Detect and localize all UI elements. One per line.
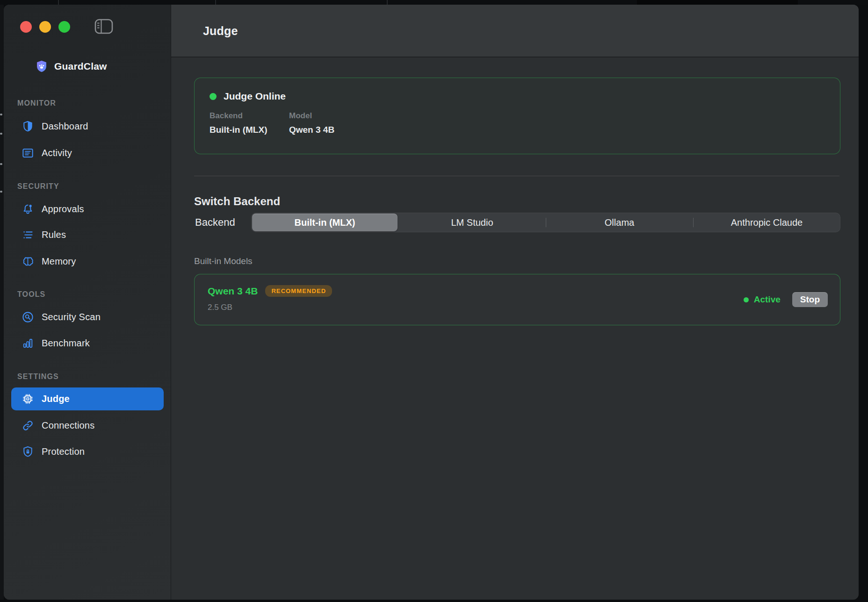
model-field-value: Qwen 3 4B xyxy=(289,125,334,135)
active-status-dot xyxy=(744,297,749,302)
model-card-qwen-3-4b: Qwen 3 4B RECOMMENDED 2.5 GB Active Stop xyxy=(194,274,840,325)
segment-separator xyxy=(693,218,694,227)
guardclaw-shield-paw-icon xyxy=(35,60,48,73)
screen: GuardClaw MONITOR Dashboard xyxy=(0,0,868,602)
app-logo-row: GuardClaw xyxy=(35,60,107,73)
backend-field-label: Backend xyxy=(210,111,267,121)
app-name: GuardClaw xyxy=(54,61,107,72)
sidebar-item-rules[interactable]: Rules xyxy=(11,223,164,246)
built-in-models-heading: Built-in Models xyxy=(194,256,253,266)
backend-control-label: Backend xyxy=(195,216,235,229)
bar-chart-icon xyxy=(22,337,34,350)
sidebar-item-label: Benchmark xyxy=(42,338,90,349)
activity-log-icon xyxy=(22,147,34,159)
sidebar-toggle-icon xyxy=(94,19,113,34)
sidebar-item-label: Rules xyxy=(42,229,66,240)
backend-field: Backend Built-in (MLX) xyxy=(210,111,267,135)
background-mark xyxy=(0,163,2,165)
segment-anthropic-claude[interactable]: Anthropic Claude xyxy=(693,213,840,232)
minimize-button[interactable] xyxy=(39,21,51,33)
scan-icon xyxy=(22,311,34,323)
link-icon xyxy=(22,419,34,432)
section-divider xyxy=(194,176,839,176)
stop-button[interactable]: Stop xyxy=(792,292,828,307)
background-mark xyxy=(0,114,2,115)
background-divider xyxy=(58,0,59,5)
active-status-label: Active xyxy=(754,294,781,305)
sidebar-section-settings: SETTINGS xyxy=(17,373,59,381)
sidebar-item-security-scan[interactable]: Security Scan xyxy=(11,306,164,329)
switch-backend-heading: Switch Backend xyxy=(194,195,280,208)
model-name: Qwen 3 4B xyxy=(208,286,258,297)
status-title: Judge Online xyxy=(224,91,286,102)
sidebar-item-label: Approvals xyxy=(42,204,84,215)
background-window-sliver-left xyxy=(0,5,4,600)
sidebar-section-tools: TOOLS xyxy=(17,290,45,299)
sidebar-item-label: Memory xyxy=(42,256,76,267)
page-header: Judge xyxy=(171,5,859,57)
sidebar-item-benchmark[interactable]: Benchmark xyxy=(11,332,164,355)
window-controls xyxy=(20,21,70,33)
backend-segmented-control: Built-in (MLX) LM Studio Ollama Anthropi… xyxy=(251,213,840,232)
page-title: Judge xyxy=(203,24,238,38)
model-field-label: Model xyxy=(289,111,334,121)
model-status-row: Active Stop xyxy=(744,292,828,307)
background-mark xyxy=(0,191,2,193)
segment-ollama[interactable]: Ollama xyxy=(546,213,693,232)
sidebar-item-approvals[interactable]: Approvals xyxy=(11,198,164,221)
bell-icon xyxy=(22,203,34,215)
app-window: GuardClaw MONITOR Dashboard xyxy=(4,5,859,600)
main-content: Judge Judge Online Backend Built-in (MLX… xyxy=(171,5,859,600)
segment-built-in-mlx[interactable]: Built-in (MLX) xyxy=(252,214,398,231)
background-tab-sliver xyxy=(637,0,798,5)
zoom-button[interactable] xyxy=(58,21,70,33)
online-status-dot xyxy=(210,93,217,100)
sidebar-item-memory[interactable]: Memory xyxy=(11,250,164,273)
sidebar-item-label: Security Scan xyxy=(42,312,101,322)
shield-icon xyxy=(22,120,34,133)
model-size: 2.5 GB xyxy=(208,303,232,312)
background-window-sliver-top xyxy=(0,0,868,5)
cpu-icon xyxy=(22,393,34,405)
sidebar-section-monitor: MONITOR xyxy=(17,99,56,108)
backend-field-value: Built-in (MLX) xyxy=(210,125,267,135)
sidebar-item-label: Connections xyxy=(42,420,94,431)
sidebar-item-dashboard[interactable]: Dashboard xyxy=(11,115,164,138)
sidebar-item-connections[interactable]: Connections xyxy=(11,414,164,437)
toggle-sidebar-button[interactable] xyxy=(94,19,113,34)
status-row: Judge Online xyxy=(210,91,286,102)
segment-lm-studio[interactable]: LM Studio xyxy=(398,213,546,232)
sidebar-item-activity[interactable]: Activity xyxy=(11,142,164,165)
background-divider xyxy=(387,0,388,5)
sidebar: GuardClaw MONITOR Dashboard xyxy=(4,5,171,600)
background-mark xyxy=(0,133,2,135)
sidebar-item-label: Activity xyxy=(42,148,72,158)
shield-lock-icon xyxy=(22,445,34,458)
model-title-row: Qwen 3 4B RECOMMENDED xyxy=(208,285,332,297)
segment-separator xyxy=(546,218,546,227)
background-divider xyxy=(215,0,216,5)
sidebar-item-label: Protection xyxy=(42,446,85,457)
model-field: Model Qwen 3 4B xyxy=(289,111,334,135)
sidebar-item-judge[interactable]: Judge xyxy=(11,387,164,410)
recommended-badge: RECOMMENDED xyxy=(265,285,332,297)
sidebar-section-security: SECURITY xyxy=(17,182,59,191)
rules-list-icon xyxy=(22,229,34,241)
sidebar-item-protection[interactable]: Protection xyxy=(11,440,164,463)
sidebar-item-label: Dashboard xyxy=(42,121,88,132)
judge-status-card: Judge Online Backend Built-in (MLX) Mode… xyxy=(194,78,840,154)
brain-icon xyxy=(22,255,34,268)
close-button[interactable] xyxy=(20,21,32,33)
sidebar-item-label: Judge xyxy=(42,394,70,404)
